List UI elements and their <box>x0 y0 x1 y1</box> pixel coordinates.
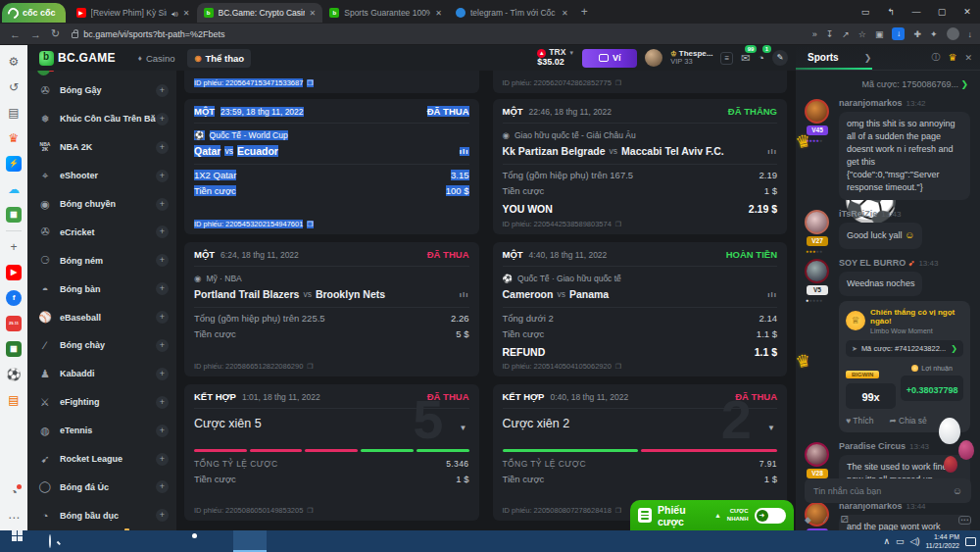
copy-icon[interactable]: ❐ <box>615 221 621 228</box>
quickbet-toggle[interactable]: ➜ <box>755 508 787 524</box>
expand-plus-icon[interactable]: + <box>156 396 169 409</box>
expand-plus-icon[interactable]: + <box>156 141 169 154</box>
chevron-up-icon[interactable]: ▲ <box>714 512 721 519</box>
chat-pen-icon[interactable]: ✎ <box>772 50 788 66</box>
share-button[interactable]: ➦ Chia sẻ <box>890 416 927 426</box>
expand-plus-icon[interactable]: + <box>156 311 169 324</box>
bookmark-star-icon[interactable]: ☆ <box>858 29 866 39</box>
sidebar-item-volleyball[interactable]: ◉Bóng chuyền+ <box>27 190 176 219</box>
bird-app-icon[interactable]: ☁ <box>6 181 22 197</box>
extensions-icon[interactable]: ✚ <box>913 29 921 39</box>
expand-plus-icon[interactable]: + <box>156 453 169 466</box>
tab-close-icon[interactable]: ✕ <box>562 9 568 18</box>
newsfeed-icon[interactable]: ▤ <box>6 105 22 121</box>
nav-casino[interactable]: ♦ Casino <box>131 49 182 68</box>
expand-plus-icon[interactable]: + <box>156 226 169 238</box>
tab-bcgame-active[interactable]: b BC.Game: Crypto Casino Gan ✕ <box>197 3 323 23</box>
expand-plus-icon[interactable]: + <box>156 425 169 437</box>
taskbar-search-icon[interactable] <box>33 530 67 552</box>
tab-close-icon[interactable]: ✕ <box>310 9 317 18</box>
win-bet-code[interactable]: ➤ Mã cược: #7412243822... ❯ <box>846 340 963 357</box>
match-stats-icon[interactable]: ılı <box>767 147 777 156</box>
bet-card-cameroon-panama[interactable]: MỘT 4:40, 18 thg 11, 2022 HOÀN TIỀN ⚽Quố… <box>493 242 788 376</box>
tab-youtube[interactable]: ▶ [Review Phim] Kỳ Sinh Tr... ◂)) ✕ <box>70 3 197 23</box>
chevron-right-icon[interactable]: ❯ <box>864 53 872 63</box>
minimize-button[interactable]: — <box>904 7 929 17</box>
like-button[interactable]: ♥ Thích <box>846 416 874 426</box>
coccoc-menu-button[interactable]: cốc cốc <box>2 3 66 23</box>
copy-icon[interactable]: ❐ <box>615 79 621 87</box>
new-tab-button[interactable]: + <box>581 5 588 19</box>
avatar[interactable] <box>805 442 829 467</box>
expand-plus-icon[interactable]: + <box>156 480 169 493</box>
wallet-button[interactable]: Ví <box>582 49 637 68</box>
start-button[interactable] <box>0 530 33 552</box>
expand-plus-icon[interactable]: + <box>156 84 169 97</box>
facebook-shortcut-icon[interactable]: f <box>6 290 22 306</box>
chrome-icon[interactable] <box>172 530 206 552</box>
history-icon[interactable]: ↺ <box>6 79 22 95</box>
download-badge-icon[interactable]: ↓ <box>892 27 905 40</box>
copy-icon[interactable]: ❐ <box>307 507 313 515</box>
share-icon[interactable]: ↗ <box>842 29 850 39</box>
strip-more-icon[interactable]: ⋯ <box>6 510 22 526</box>
pinned-bet-code[interactable]: Mã cược: 1750086769... ❯ <box>796 71 980 89</box>
avatar[interactable] <box>805 99 829 124</box>
youtube-shortcut-icon[interactable]: ▶ <box>6 265 22 280</box>
bet-card-partial[interactable]: ID phiếu: 2205647153471533687❐ <box>184 71 479 93</box>
close-window-button[interactable]: ✕ <box>955 7 980 17</box>
tab-close-icon[interactable]: ✕ <box>435 9 442 18</box>
sidebar-item-aussie-rules[interactable]: ◯Bóng đá Úc+ <box>27 473 176 501</box>
url-field[interactable]: bc.game/vi/sports?bt-path=%2Fbets <box>72 29 224 39</box>
cart-shortcut-icon[interactable]: ▤ <box>6 392 22 408</box>
sidebar-item-efighting[interactable]: ⚔eFighting+ <box>27 388 176 417</box>
close-chat-icon[interactable]: ✕ <box>964 53 972 63</box>
game-controller-icon[interactable]: ▦ <box>6 207 22 223</box>
shield-icon[interactable]: ▣ <box>875 29 884 39</box>
bell-icon[interactable]: ◔1 <box>758 52 764 64</box>
expand-plus-icon[interactable]: + <box>156 113 169 125</box>
expand-plus-icon[interactable]: + <box>156 198 169 211</box>
tab-audio-icon[interactable]: ◂)) <box>172 10 178 17</box>
chevron-down-icon[interactable]: ▼ <box>767 424 775 432</box>
slash-command-icon[interactable]: ∕ <box>825 515 827 525</box>
user-avatar[interactable] <box>645 49 662 67</box>
chat-username[interactable]: SOY EL BURRO ➹13:43 <box>839 258 970 268</box>
avatar[interactable] <box>805 259 829 283</box>
restore-session-icon[interactable]: ↰ <box>878 7 904 17</box>
sidebar-item-table-tennis[interactable]: ◓Bóng bàn+ <box>27 275 176 303</box>
volume-icon[interactable]: ◁) <box>910 536 920 546</box>
copy-icon[interactable]: ❐ <box>307 79 313 87</box>
back-icon[interactable]: ← <box>10 28 21 40</box>
bet-card-portland-brooklyn[interactable]: MỘT 6:24, 18 thg 11, 2022 ĐÃ THUA ◉Mỹ · … <box>184 242 479 376</box>
gear-icon[interactable]: ⚙ <box>6 54 22 70</box>
pip-icon[interactable]: ▭ <box>853 7 878 17</box>
nav-sports[interactable]: ◉ Thể thao <box>187 49 251 68</box>
sidebar-item-ice-hockey[interactable]: ❅Khúc Côn Cầu Trên Băng+ <box>27 105 176 133</box>
chevron-down-icon[interactable]: ▼ <box>460 424 467 432</box>
user-info[interactable]: ♔ Thespe... VIP 33 <box>670 49 712 67</box>
maximize-button[interactable]: ▢ <box>929 7 955 17</box>
bcgame-logo[interactable]: BC.GAME <box>39 51 116 66</box>
chat-username[interactable]: naranjomarkos13:42 <box>839 98 970 108</box>
tab-close-icon[interactable]: ✕ <box>183 9 190 18</box>
lock-icon[interactable] <box>72 32 78 38</box>
copy-icon[interactable]: ❐ <box>615 363 621 371</box>
messenger-icon[interactable]: ⚡ <box>6 156 22 172</box>
chat-room-tab[interactable]: Sports <box>808 52 839 63</box>
reload-icon[interactable]: ↻ <box>51 27 60 40</box>
media-control-icon[interactable]: » <box>812 29 817 39</box>
dice-icon[interactable]: ⚂ <box>840 515 848 525</box>
downloads-icon[interactable]: ↓ <box>968 29 973 39</box>
win-share-card[interactable]: ♕ Chiến thắng có vị ngọt ngào! Limbo Wow… <box>839 301 970 432</box>
sale-2911-icon[interactable]: 29.11 <box>6 316 22 331</box>
expand-plus-icon[interactable]: + <box>156 254 169 267</box>
sidebar-item-baseball[interactable]: ∕Bóng chày+ <box>27 331 176 360</box>
tray-expand-icon[interactable]: ∧ <box>883 536 890 546</box>
sidebar-item-rugby[interactable]: ◔Bóng bầu dục+ <box>27 501 176 529</box>
copy-icon[interactable]: ❐ <box>615 507 621 515</box>
browser-profile-avatar[interactable] <box>947 27 959 40</box>
sidebar-item-etennis[interactable]: ◍eTennis+ <box>27 417 176 445</box>
sidebar-item-nba2k[interactable]: NBA2KNBA 2K+ <box>27 133 176 162</box>
info-icon[interactable]: ⓘ <box>931 51 940 64</box>
